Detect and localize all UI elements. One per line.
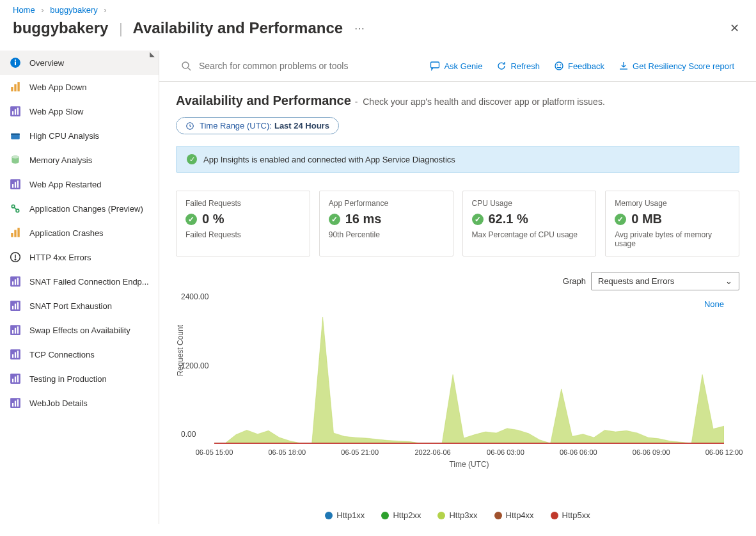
svg-rect-4	[14, 84, 16, 91]
time-range-chip[interactable]: Time Range (UTC): Last 24 Hours	[176, 117, 339, 134]
svg-point-50	[182, 62, 189, 68]
svg-rect-29	[17, 278, 19, 285]
page-title-bar: buggybakery | Availability and Performan…	[0, 16, 756, 51]
section-desc: - Check your app's health and discover a…	[355, 97, 605, 107]
title-separator: |	[119, 20, 123, 36]
bars-orange-icon	[9, 81, 22, 93]
svg-rect-20	[11, 233, 13, 237]
svg-rect-43	[12, 379, 13, 382]
sidebar-item-web-app-down[interactable]: Web App Down	[0, 75, 159, 99]
bars-orange-icon	[9, 227, 22, 239]
sidebar-item-overview[interactable]: Overview	[0, 51, 159, 75]
sidebar-item-memory-analysis[interactable]: Memory Analysis	[0, 148, 159, 172]
metric-card[interactable]: App Performance✓16 ms90th Percentile	[319, 191, 453, 256]
close-icon[interactable]: ✕	[726, 17, 743, 39]
svg-rect-35	[12, 330, 13, 334]
card-title: Memory Usage	[615, 199, 730, 208]
sidebar-item-snat-failed-connection-endp[interactable]: SNAT Failed Connection Endp...	[0, 269, 159, 294]
sidebar-item-application-crashes[interactable]: Application Crashes	[0, 221, 159, 245]
metric-card[interactable]: CPU Usage✓62.1 %Max Percentage of CPU us…	[462, 191, 597, 256]
chart-xtick: 06-06 12:00	[705, 448, 743, 456]
card-value: ✓16 ms	[329, 212, 444, 226]
graph-label: Graph	[563, 276, 586, 286]
memory-icon	[9, 154, 22, 166]
breadcrumb-app[interactable]: buggybakery	[50, 5, 97, 15]
legend-item[interactable]: Http5xx	[551, 510, 590, 520]
legend-swatch	[437, 512, 445, 519]
sidebar-item-web-app-restarted[interactable]: Web App Restarted	[0, 172, 159, 196]
breadcrumbs: Home › buggybakery ›	[0, 0, 756, 16]
search-input[interactable]	[198, 60, 405, 72]
search-box[interactable]	[181, 60, 416, 72]
legend-swatch	[381, 512, 389, 519]
svg-rect-52	[431, 62, 439, 68]
resiliency-report-button[interactable]: Get Resiliency Score report	[618, 61, 734, 71]
stats-purple-icon	[9, 106, 22, 117]
svg-rect-37	[17, 326, 19, 333]
more-icon[interactable]: ⋯	[354, 22, 366, 35]
sidebar-item-label: Memory Analysis	[29, 155, 92, 165]
sidebar-item-label: Web App Restarted	[29, 180, 102, 189]
card-desc: Failed Requests	[185, 230, 301, 239]
breadcrumb-home[interactable]: Home	[13, 5, 35, 15]
sidebar-item-label: TCP Connections	[29, 350, 95, 359]
chart-xtick: 2022-06-06	[414, 448, 450, 456]
sidebar-item-swap-effects-on-availability[interactable]: Swap Effects on Availability	[0, 318, 159, 342]
svg-rect-32	[15, 304, 16, 310]
graph-select[interactable]: Requests and Errors ⌄	[591, 272, 739, 290]
alert-icon	[9, 251, 22, 263]
content: Availability and Performance - Check you…	[159, 82, 756, 520]
legend-item[interactable]: Http4xx	[494, 510, 534, 520]
metric-card[interactable]: Memory Usage✓0 MBAvg private bytes of me…	[605, 191, 739, 256]
collapse-icon[interactable]: ◣	[150, 51, 155, 58]
title-app: buggybakery	[13, 19, 108, 36]
card-title: App Performance	[329, 199, 444, 208]
card-title: CPU Usage	[472, 199, 587, 208]
feedback-button[interactable]: Feedback	[554, 61, 604, 71]
sidebar-item-tcp-connections[interactable]: TCP Connections	[0, 342, 159, 367]
sidebar-item-web-app-slow[interactable]: Web App Slow	[0, 99, 159, 123]
svg-rect-3	[11, 87, 13, 91]
svg-rect-28	[15, 280, 16, 285]
chart-xlabel: Time (UTC)	[449, 460, 489, 469]
chart-area[interactable]: Time (UTC) 0.001200.002400.0006-05 15:00…	[214, 306, 724, 444]
sidebar-item-application-changes-preview[interactable]: Application Changes (Preview)	[0, 196, 159, 221]
svg-rect-11	[11, 134, 20, 135]
sidebar-item-webjob-details[interactable]: WebJob Details	[0, 391, 159, 415]
change-icon	[9, 203, 22, 214]
chevron-right-icon: ›	[41, 5, 43, 15]
legend-item[interactable]: Http3xx	[437, 510, 477, 520]
refresh-button[interactable]: Refresh	[496, 61, 540, 71]
card-value: ✓0 MB	[615, 212, 730, 226]
chevron-right-icon: ›	[104, 5, 106, 15]
svg-rect-22	[17, 228, 19, 237]
sidebar-item-label: Testing in Production	[29, 374, 107, 384]
sidebar-item-http-4xx-errors[interactable]: HTTP 4xx Errors	[0, 245, 159, 269]
svg-point-53	[555, 62, 563, 70]
legend-item[interactable]: Http1xx	[325, 510, 365, 520]
sidebar-item-snat-port-exhaustion[interactable]: SNAT Port Exhaustion	[0, 294, 159, 318]
svg-point-2	[15, 59, 16, 61]
svg-rect-9	[17, 107, 19, 114]
chart-xtick: 06-05 21:00	[341, 448, 379, 456]
check-icon: ✓	[615, 214, 626, 225]
chart-xtick: 06-05 15:00	[196, 448, 233, 456]
stats-purple-icon	[9, 397, 22, 409]
sidebar-item-label: Web App Slow	[29, 107, 83, 116]
ask-genie-button[interactable]: Ask Genie	[430, 61, 482, 71]
svg-rect-41	[17, 351, 19, 358]
sidebar-item-label: WebJob Details	[29, 398, 88, 408]
clock-icon	[185, 122, 194, 130]
svg-rect-31	[12, 306, 13, 310]
sidebar-item-testing-in-production[interactable]: Testing in Production	[0, 367, 159, 391]
sidebar-item-high-cpu-analysis[interactable]: High CPU Analysis	[0, 123, 159, 148]
svg-rect-1	[15, 61, 16, 65]
card-title: Failed Requests	[185, 199, 301, 208]
metric-card[interactable]: Failed Requests✓0 %Failed Requests	[176, 191, 310, 256]
graph-selector-row: Graph Requests and Errors ⌄	[176, 272, 739, 290]
chat-icon	[430, 61, 440, 71]
chart: None Request Count Time (UTC) 0.001200.0…	[176, 299, 739, 478]
card-desc: Avg private bytes of memory usage	[615, 230, 730, 248]
legend-item[interactable]: Http2xx	[381, 510, 421, 520]
title-page: Availability and Performance	[133, 19, 343, 36]
